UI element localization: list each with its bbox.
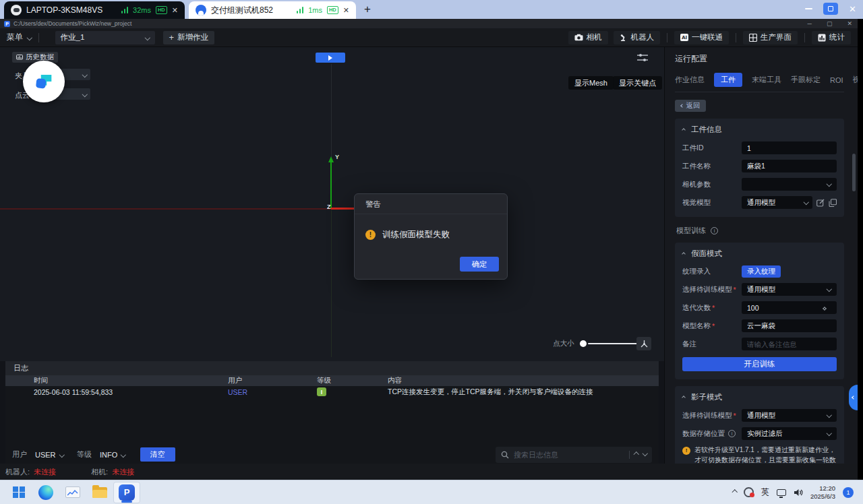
- todesk-floating-ball[interactable]: [23, 61, 65, 102]
- start-button[interactable]: [5, 482, 32, 503]
- close-tab-icon[interactable]: ✕: [343, 6, 349, 15]
- bar-chart-icon: [818, 34, 826, 42]
- log-controls: 用户 USER 等级 INFO 清空: [5, 445, 659, 464]
- dialog-ok-button[interactable]: 确定: [460, 257, 499, 272]
- log-search-box[interactable]: [496, 447, 652, 463]
- section-header[interactable]: 工件信息: [682, 125, 837, 135]
- taskbar-pickwiz-button[interactable]: P: [113, 482, 140, 503]
- scrollbar-thumb[interactable]: [852, 154, 856, 191]
- new-job-button[interactable]: + 新增作业: [163, 31, 215, 44]
- iterations-label: 迭代次数*: [682, 303, 742, 313]
- point-size-knob[interactable]: [580, 340, 587, 347]
- app-maximize-icon[interactable]: ▢: [827, 20, 833, 27]
- log-time: 2025-06-03 11:59:54,833: [5, 388, 228, 396]
- maximize-icon[interactable]: [823, 3, 838, 15]
- record-texture-button[interactable]: 录入纹理: [742, 265, 781, 278]
- camera-params-select[interactable]: [742, 178, 837, 191]
- log-search-input[interactable]: [514, 451, 624, 459]
- section-header[interactable]: 影子模式: [682, 392, 837, 402]
- vision-model-select[interactable]: 通用模型: [742, 196, 812, 209]
- history-data-button[interactable]: 历史数据: [12, 52, 58, 63]
- tab-vision-params[interactable]: 视觉参数: [853, 75, 858, 85]
- notification-badge[interactable]: 1: [843, 487, 854, 498]
- chevron-down-icon: [59, 452, 64, 458]
- workpiece-id-label: 工件ID: [682, 144, 742, 153]
- spin-down-icon[interactable]: [823, 307, 827, 311]
- taskbar-explorer-button[interactable]: [86, 482, 113, 503]
- menu-button[interactable]: 菜单: [7, 32, 23, 43]
- start-training-button[interactable]: 开启训练: [682, 357, 837, 371]
- train-model-select[interactable]: 通用模型: [742, 283, 837, 296]
- data-storage-select[interactable]: 实例过滤后: [742, 427, 837, 440]
- remote-tab-1[interactable]: LAPTOP-3KSM48VS 32ms HD ✕: [4, 1, 185, 19]
- taskbar-clock[interactable]: 12:20 2025/6/3: [810, 484, 835, 501]
- tab-job-info[interactable]: 作业信息: [675, 75, 705, 85]
- app-minimize-icon[interactable]: ─: [808, 20, 812, 27]
- stats-button[interactable]: 统计: [812, 31, 851, 44]
- show-keypoints-button[interactable]: 显示关键点: [613, 76, 662, 90]
- clock-time: 12:20: [819, 484, 835, 492]
- model-training-header: 模型训练 i: [676, 226, 844, 236]
- workpiece-name-input[interactable]: [747, 162, 831, 170]
- edit-model-button[interactable]: [816, 199, 825, 207]
- info-icon[interactable]: i: [728, 430, 736, 437]
- model-name-field[interactable]: [742, 319, 837, 332]
- job-select-value: 作业_1: [61, 32, 85, 42]
- workpiece-id-input[interactable]: [747, 144, 831, 152]
- close-tab-icon[interactable]: ✕: [172, 6, 178, 15]
- section-header[interactable]: 假面模式: [682, 249, 837, 259]
- job-select[interactable]: 作业_1: [55, 31, 155, 44]
- axes-icon: [640, 340, 649, 348]
- camera-button[interactable]: 相机: [568, 31, 608, 44]
- info-icon[interactable]: i: [711, 227, 718, 234]
- axis-line-faint: [331, 64, 332, 158]
- chevron-down-icon: [826, 286, 831, 292]
- play-button[interactable]: [316, 53, 345, 63]
- taskbar-monitor-app-button[interactable]: [59, 482, 86, 503]
- new-tab-icon[interactable]: +: [364, 3, 371, 16]
- minimize-icon[interactable]: [805, 8, 812, 9]
- log-level-filter-select[interactable]: INFO: [97, 449, 128, 460]
- log-user: USER: [228, 388, 317, 396]
- reset-view-button[interactable]: [636, 337, 651, 350]
- log-panel: 日志 时间 用户 等级 内容 2025-06-03 11:59:54,833 U…: [5, 361, 659, 464]
- display-filter-icon[interactable]: [636, 53, 649, 63]
- z-axis-label: Z: [327, 203, 331, 210]
- remote-tab-2-active[interactable]: 交付组测试机852 1ms HD ✕: [189, 1, 356, 19]
- tab-hand-eye-calib[interactable]: 手眼标定: [791, 75, 821, 85]
- chevron-left-icon: [852, 396, 856, 400]
- note-input[interactable]: [747, 340, 831, 348]
- robot-button[interactable]: 机器人: [614, 31, 661, 44]
- todesk-side-panel-toggle[interactable]: [849, 385, 858, 410]
- taskbar-edge-button[interactable]: [32, 482, 59, 503]
- workpiece-name-field[interactable]: [742, 160, 837, 172]
- production-view-button[interactable]: 生产界面: [743, 31, 798, 44]
- app-close-icon[interactable]: ✕: [847, 20, 852, 27]
- search-prev-icon[interactable]: [634, 452, 639, 458]
- back-button[interactable]: 返回: [675, 100, 706, 112]
- tab-end-tool[interactable]: 末端工具: [752, 75, 781, 85]
- copy-model-button[interactable]: [829, 199, 837, 207]
- note-field[interactable]: [742, 338, 837, 350]
- one-key-link-button[interactable]: AI 一键联通: [674, 31, 729, 44]
- clear-log-button[interactable]: 清空: [140, 447, 175, 462]
- close-icon[interactable]: ✕: [849, 4, 856, 14]
- display-tray-icon[interactable]: [777, 489, 786, 496]
- tab-roi[interactable]: ROI: [830, 76, 843, 84]
- shadow-train-model-select[interactable]: 通用模型: [742, 409, 837, 422]
- show-mesh-button[interactable]: 显示Mesh: [568, 76, 614, 90]
- search-next-icon[interactable]: [642, 451, 647, 456]
- y-axis-line: [330, 162, 332, 209]
- tab-workpiece[interactable]: 工件: [714, 73, 742, 87]
- log-user-filter-select[interactable]: USER: [32, 449, 66, 460]
- tray-expand-icon[interactable]: [733, 491, 737, 495]
- log-row[interactable]: 2025-06-03 11:59:54,833 USER I TCP连接发生变更…: [5, 386, 659, 398]
- ime-indicator[interactable]: 英: [761, 486, 769, 498]
- todesk-tray-icon[interactable]: [744, 487, 754, 497]
- iterations-stepper[interactable]: 100: [742, 301, 837, 314]
- workpiece-id-field[interactable]: [742, 141, 837, 154]
- volume-icon[interactable]: [794, 489, 803, 497]
- model-name-input[interactable]: [747, 322, 831, 330]
- 3d-viewport[interactable]: 历史数据 夹具 点云 显示Mesh 显示关键点 Y Z: [0, 47, 664, 361]
- warning-icon: !: [365, 230, 376, 240]
